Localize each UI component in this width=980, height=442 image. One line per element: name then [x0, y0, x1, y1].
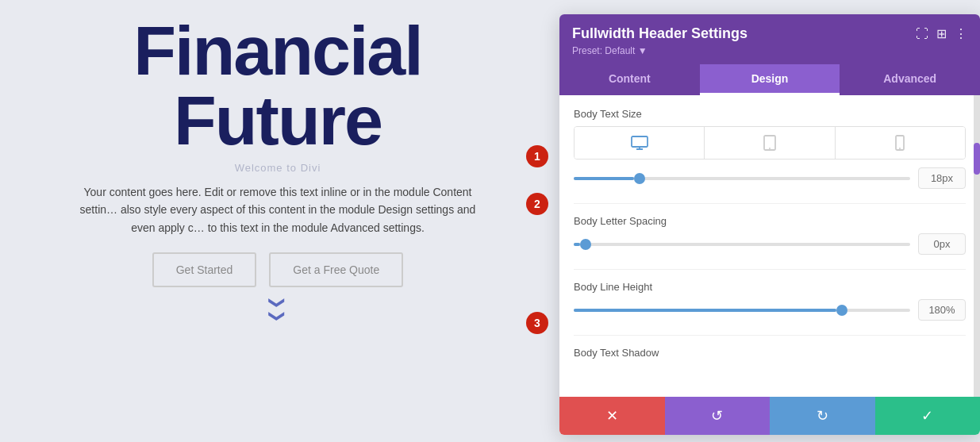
body-line-height-slider[interactable]	[574, 302, 910, 318]
badge-3: 3	[526, 312, 548, 334]
panel-scrollbar[interactable]	[974, 95, 980, 397]
expand-icon[interactable]: ⛶	[916, 27, 928, 41]
body-letter-spacing-section: Body Letter Spacing	[574, 215, 966, 255]
panel-header-top: Fullwidth Header Settings ⛶ ⊞ ⋮	[572, 25, 967, 42]
page-preview: Financial Future Welcome to Divi Your co…	[0, 0, 555, 442]
page-title: Financial Future	[117, 16, 437, 156]
panel-title: Fullwidth Header Settings	[572, 25, 747, 42]
slider-track	[574, 309, 910, 312]
page-buttons: Get Started Get a Free Quote	[152, 252, 404, 287]
body-letter-spacing-label: Body Letter Spacing	[574, 215, 966, 227]
undo-button[interactable]: ↺	[665, 397, 771, 435]
save-button[interactable]: ✓	[875, 397, 981, 435]
slider-fill	[574, 177, 634, 180]
device-icons-row	[574, 126, 966, 160]
mobile-icon	[895, 135, 905, 151]
panel-header-icons: ⛶ ⊞ ⋮	[916, 26, 967, 41]
body-line-height-slider-row	[574, 299, 966, 321]
slider-thumb[interactable]	[836, 305, 847, 316]
badge-1: 1	[526, 145, 548, 167]
tab-content[interactable]: Content	[559, 64, 700, 95]
tablet-icon	[763, 135, 776, 151]
body-text-size-label: Body Text Size	[574, 108, 966, 120]
slider-track	[574, 177, 910, 180]
body-letter-spacing-slider-row	[574, 233, 966, 255]
body-text-size-slider-row	[574, 167, 966, 189]
body-text-size-value[interactable]	[918, 167, 966, 189]
body-text-shadow-section: Body Text Shadow	[574, 347, 966, 359]
page-subtitle: Welcome to Divi	[235, 162, 321, 174]
body-text-size-slider[interactable]	[574, 171, 910, 186]
cancel-button[interactable]: ✕	[559, 397, 665, 435]
slider-thumb[interactable]	[634, 173, 645, 184]
panel-header: Fullwidth Header Settings ⛶ ⊞ ⋮ Preset: …	[559, 14, 980, 64]
panel-preset[interactable]: Preset: Default ▼	[572, 45, 967, 56]
tab-design[interactable]: Design	[700, 64, 840, 95]
slider-thumb[interactable]	[580, 239, 591, 250]
divider-2	[574, 269, 966, 270]
badge-2: 2	[526, 193, 548, 215]
get-started-button[interactable]: Get Started	[152, 252, 257, 287]
settings-panel: Fullwidth Header Settings ⛶ ⊞ ⋮ Preset: …	[559, 14, 980, 435]
tab-advanced[interactable]: Advanced	[840, 64, 980, 95]
page-body-text: Your content goes here. Edit or remove t…	[56, 183, 500, 236]
panel-footer: ✕ ↺ ↻ ✓	[559, 397, 980, 435]
svg-point-6	[899, 148, 901, 149]
body-line-height-section: Body Line Height	[574, 281, 966, 321]
desktop-icon-btn[interactable]	[575, 127, 705, 159]
divider-3	[574, 335, 966, 336]
get-free-quote-button[interactable]: Get a Free Quote	[269, 252, 403, 287]
body-line-height-label: Body Line Height	[574, 281, 966, 293]
mobile-icon-btn[interactable]	[836, 127, 965, 159]
redo-button[interactable]: ↻	[770, 397, 875, 435]
slider-fill	[574, 309, 836, 312]
body-letter-spacing-slider[interactable]	[574, 236, 910, 252]
body-text-size-section: Body Text Size	[574, 108, 966, 189]
svg-point-4	[769, 148, 771, 149]
panel-body: Body Text Size	[559, 95, 980, 397]
svg-rect-0	[632, 136, 648, 147]
columns-icon[interactable]: ⊞	[936, 26, 947, 41]
tablet-icon-btn[interactable]	[705, 127, 835, 159]
more-options-icon[interactable]: ⋮	[955, 26, 967, 41]
slider-fill	[574, 243, 580, 246]
divider-1	[574, 203, 966, 204]
body-letter-spacing-value[interactable]	[918, 233, 966, 255]
body-text-shadow-label: Body Text Shadow	[574, 347, 966, 359]
scroll-indicator: ❯❯	[270, 296, 286, 323]
body-line-height-value[interactable]	[918, 299, 966, 321]
panel-tabs: Content Design Advanced	[559, 64, 980, 95]
panel-scrollbar-thumb	[974, 143, 980, 175]
desktop-icon	[631, 136, 648, 150]
slider-track	[574, 243, 910, 246]
